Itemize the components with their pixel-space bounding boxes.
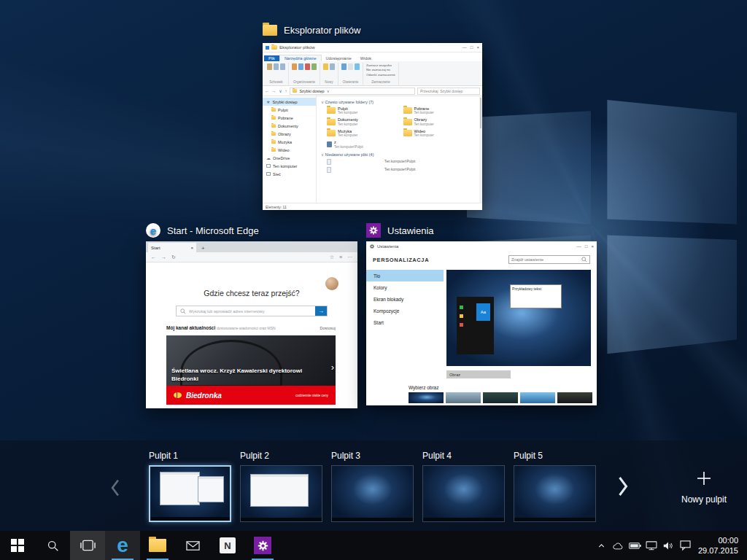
close-icon: × bbox=[476, 45, 479, 50]
folder-icon bbox=[403, 107, 412, 114]
desktop-thumbnail-5[interactable] bbox=[514, 465, 596, 522]
search-button[interactable] bbox=[35, 531, 70, 560]
nav-item-onedrive: ☁OneDrive bbox=[263, 154, 316, 162]
task-view-label-settings[interactable]: Ustawienia bbox=[366, 223, 434, 238]
file-icon bbox=[327, 167, 331, 173]
menu-item-ekran-blokady: Ekran blokady bbox=[366, 293, 444, 305]
explorer-titlebar: Eksplorator plików — □ × bbox=[263, 43, 482, 52]
edge-icon: e bbox=[117, 535, 128, 556]
chevron-down-icon: ∨ bbox=[321, 152, 324, 157]
chevron-down-icon: ∨ bbox=[321, 100, 324, 104]
task-view-label-edge[interactable]: e Start - Microsoft Edge bbox=[146, 223, 259, 238]
new-desktop-button[interactable]: Nowy pulpit bbox=[673, 470, 735, 505]
settings-content: Aa Przykładowy tekst Obraz bbox=[444, 268, 597, 379]
folder-tile: PobraneTen komputer bbox=[403, 106, 477, 114]
quick-access-toolbar-icon bbox=[266, 46, 269, 50]
tray-expand-icon[interactable] bbox=[593, 531, 610, 560]
desktop-label[interactable]: Pulpit 1 bbox=[149, 451, 231, 461]
settings-header: PERSONALIZACJA Znajdź ustawienie bbox=[366, 251, 597, 268]
choose-image-section: Wybierz obraz bbox=[409, 385, 592, 403]
taskbar-edge-button[interactable]: e bbox=[105, 531, 140, 560]
search-icon bbox=[180, 308, 186, 314]
edge-search-placeholder: Wyszukaj lub wprowadź adres internetowy bbox=[189, 309, 312, 314]
edge-heading: Gdzie chcesz teraz przejść? bbox=[146, 289, 357, 298]
window-thumbnail-edge[interactable]: Start × + ← → ↻ ☆ ≡ ⋯ Gdzie chcesz teraz… bbox=[146, 241, 357, 408]
edge-nav-bar: ← → ↻ ☆ ≡ ⋯ bbox=[146, 252, 357, 262]
cloud-icon: ☁ bbox=[266, 155, 271, 160]
background-dropdown: Obraz bbox=[446, 370, 511, 378]
task-view-button[interactable] bbox=[70, 531, 105, 560]
nav-item-pulpit: Pulpit bbox=[263, 106, 316, 114]
action-center-icon[interactable] bbox=[677, 531, 694, 560]
desktop-pulpit-4: Pulpit 4 bbox=[422, 451, 505, 522]
tab-widok: Widok bbox=[356, 55, 376, 61]
nav-item-dokumenty: Dokumenty bbox=[263, 122, 316, 130]
desktop-thumbnail-2[interactable] bbox=[240, 465, 322, 522]
folder-tile: WideoTen komputer bbox=[403, 129, 477, 137]
folder-icon bbox=[327, 130, 336, 136]
chevron-down-icon: ∨ bbox=[327, 89, 330, 93]
tab-plik: Plik bbox=[264, 55, 279, 61]
desktop-label[interactable]: Pulpit 5 bbox=[514, 451, 596, 461]
up-icon: ↑ bbox=[285, 89, 287, 93]
desktop-label[interactable]: Pulpit 4 bbox=[422, 451, 505, 461]
background-preview: Aa Przykładowy tekst bbox=[446, 270, 591, 366]
desktop-label[interactable]: Pulpit 3 bbox=[331, 451, 414, 461]
desktop-thumbnail-3[interactable] bbox=[331, 465, 414, 522]
settings-icon bbox=[254, 537, 271, 554]
customize-link: Dostosuj bbox=[320, 326, 336, 330]
ribbon-group-zaznaczanie: Zaznacz wszystko Nie zaznaczaj nic Odwró… bbox=[363, 63, 399, 85]
edge-tab-strip: Start × + bbox=[146, 241, 357, 252]
taskbar-settings-button[interactable] bbox=[245, 531, 280, 560]
folder-tile: MuzykaTen komputer bbox=[327, 129, 400, 137]
battery-icon[interactable] bbox=[627, 531, 643, 560]
folder-icon bbox=[403, 130, 412, 136]
ribbon-icons bbox=[292, 63, 317, 70]
settings-titlebar: Ustawienia — □ × bbox=[366, 241, 597, 251]
desktops-scroll-right-icon[interactable] bbox=[616, 475, 630, 500]
ribbon-icons bbox=[267, 63, 285, 70]
biedronka-banner: Biedronka codziennie niskie ceny bbox=[166, 386, 336, 405]
go-button: → bbox=[315, 306, 327, 316]
network-icon[interactable] bbox=[643, 531, 660, 560]
maximize-icon: □ bbox=[471, 45, 473, 50]
menu-item-start: Start bbox=[366, 316, 444, 328]
folder-tile: ObrazyTen komputer bbox=[403, 117, 477, 125]
taskbar-explorer-button[interactable] bbox=[140, 531, 175, 560]
forward-icon: → bbox=[272, 89, 277, 93]
window-thumbnail-explorer[interactable]: Eksplorator plików — □ × Plik Narzędzia … bbox=[263, 43, 482, 210]
taskbar-onenote-button[interactable]: N bbox=[210, 531, 245, 560]
volume-icon[interactable] bbox=[660, 531, 677, 560]
folder-icon bbox=[271, 132, 276, 136]
status-bar: Elementy: 11 bbox=[263, 203, 482, 210]
window-controls: — □ × bbox=[577, 244, 594, 249]
folder-icon bbox=[327, 107, 336, 114]
window-thumbnail-settings[interactable]: Ustawienia — □ × PERSONALIZACJA Znajdź u… bbox=[366, 241, 597, 405]
ribbon-group-otwieranie: Otwieranie bbox=[338, 63, 363, 85]
desktop-thumbnail-1[interactable] bbox=[149, 465, 231, 522]
desktop-thumbnail-4[interactable] bbox=[422, 465, 505, 522]
address-bar: ← → ∨ ↑ Szybki dostęp ∨ Przeszukaj: Szyb… bbox=[263, 86, 482, 96]
explorer-content: ∨ Często używane foldery (7) PulpitTen k… bbox=[317, 96, 482, 203]
taskbar-clock[interactable]: 00:00 29.07.2015 bbox=[694, 535, 744, 556]
task-view-label-explorer[interactable]: Eksplorator plików bbox=[263, 25, 361, 36]
desktop-label[interactable]: Pulpit 2 bbox=[240, 451, 322, 461]
shortcut-icon bbox=[327, 141, 332, 147]
taskbar-mail-button[interactable] bbox=[175, 531, 210, 560]
breadcrumb: Szybki dostęp ∨ bbox=[290, 88, 415, 95]
onedrive-icon[interactable] bbox=[610, 531, 627, 560]
edge-tab: Start × bbox=[148, 243, 196, 252]
desktops-scroll-left-icon[interactable] bbox=[109, 478, 121, 500]
folder-icon bbox=[271, 148, 276, 152]
menu-item-kolory: Kolory bbox=[366, 281, 444, 293]
ribbon-group-schowek: Schowek bbox=[264, 63, 289, 85]
nav-item-ten-komputer: Ten komputer bbox=[263, 162, 316, 170]
nav-item-obrazy: Obrazy bbox=[263, 130, 316, 138]
edge-icon: e bbox=[146, 223, 160, 238]
more-icon: ⋯ bbox=[347, 254, 352, 260]
start-button[interactable] bbox=[0, 531, 35, 560]
explorer-nav-pane: ★Szybki dostęp Pulpit Pobrane Dokumenty … bbox=[263, 96, 317, 203]
image-swatches bbox=[409, 392, 592, 403]
section-recent-files: ∨ Niedawno używane pliki (4) bbox=[321, 152, 476, 157]
desktop-pulpit-3: Pulpit 3 bbox=[331, 451, 414, 522]
